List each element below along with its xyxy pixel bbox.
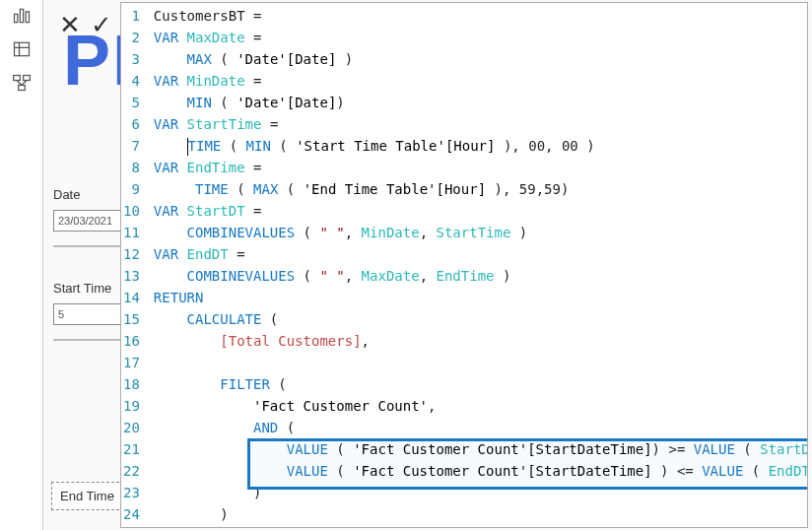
svg-line-10 bbox=[22, 81, 27, 86]
cancel-formula-icon[interactable]: ✕ bbox=[59, 12, 81, 37]
report-view-icon[interactable] bbox=[12, 6, 32, 26]
table-view-icon[interactable] bbox=[12, 39, 32, 59]
dax-editor[interactable]: 123456789101112131415161718192021222324 … bbox=[120, 2, 808, 528]
svg-rect-7 bbox=[23, 76, 30, 81]
svg-rect-8 bbox=[18, 86, 25, 91]
formula-bar: ✕ ✓ 123456789101112131415161718192021222… bbox=[51, 2, 808, 528]
svg-line-9 bbox=[17, 81, 22, 86]
line-number-gutter: 123456789101112131415161718192021222324 bbox=[121, 3, 148, 527]
commit-formula-icon[interactable]: ✓ bbox=[91, 12, 112, 37]
svg-rect-0 bbox=[14, 14, 17, 22]
nav-rail bbox=[0, 0, 43, 530]
svg-rect-1 bbox=[20, 9, 23, 22]
svg-rect-2 bbox=[26, 12, 29, 23]
model-view-icon[interactable] bbox=[12, 73, 32, 93]
report-canvas: PR Date Start Time End Time ✕ ✓ 12345678… bbox=[43, 0, 812, 530]
code-content[interactable]: CustomersBT =VAR MaxDate = MAX ( 'Date'[… bbox=[148, 3, 808, 527]
svg-rect-6 bbox=[13, 76, 20, 81]
svg-rect-3 bbox=[14, 42, 29, 55]
